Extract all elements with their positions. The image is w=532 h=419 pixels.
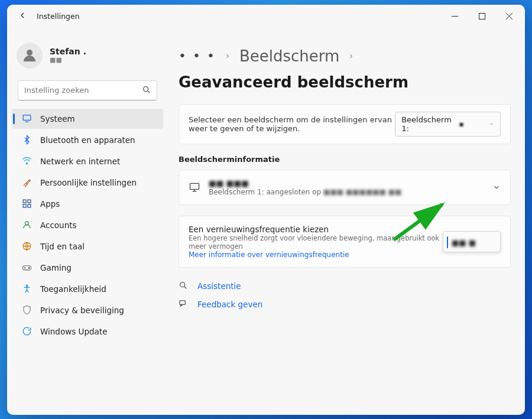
sidebar-item-netwerk-en-internet[interactable]: Netwerk en internet [12,151,163,171]
sidebar-item-label: Tijd en taal [40,242,85,251]
display-info-card[interactable]: ■■ ■■■ Beeldscherm 1: aangesloten op ■■■… [179,170,511,205]
assistance-label: Assistentie [197,281,241,291]
chevron-down-icon [489,121,494,127]
svg-rect-12 [23,204,26,207]
refresh-rate-dropdown[interactable]: ■■ ■ [443,231,501,252]
maximize-button[interactable] [468,5,495,28]
page-title: Geavanceerd beeldscherm [179,73,408,91]
sidebar-item-persoonlijke-instellingen[interactable]: Persoonlijke instellingen [12,173,163,193]
sidebar-item-apps[interactable]: Apps [12,194,163,214]
sidebar-item-label: Toegankelijkheid [40,284,106,294]
svg-rect-10 [23,200,26,203]
sidebar-item-toegankelijkheid[interactable]: Toegankelijkheid [12,279,163,299]
sidebar-item-accounts[interactable]: Accounts [12,215,163,235]
sidebar-item-label: Privacy & beveiliging [40,306,124,315]
svg-point-4 [27,50,33,56]
svg-point-20 [26,285,28,287]
sidebar-item-label: Persoonlijke instellingen [40,178,137,187]
apps-icon [21,199,32,209]
sidebar-item-tijd-en-taal[interactable]: Tijd en taal [12,236,163,256]
sidebar-item-label: Gaming [40,263,72,272]
svg-line-6 [148,91,150,93]
titlebar: Instellingen [7,5,525,28]
search-box[interactable] [18,80,157,100]
chevron-right-icon [348,52,355,60]
breadcrumb: • • • Beeldscherm Geavanceerd beeldscher… [179,47,511,91]
globe-icon [21,241,32,252]
accessibility-icon [21,284,32,294]
chevron-right-icon [224,52,231,60]
display-selector-value: Beeldscherm 1: [401,115,454,133]
refresh-title: Een vernieuwingsfrequentie kiezen [189,225,443,234]
sidebar-item-label: Apps [40,199,60,209]
back-button[interactable] [18,11,37,22]
sidebar-item-label: Accounts [40,220,77,230]
update-icon [21,326,32,337]
svg-point-9 [26,163,27,164]
nav: SysteemBluetooth en apparatenNetwerk en … [12,109,163,342]
svg-rect-11 [27,200,30,203]
assistance-link[interactable]: Assistentie [179,281,511,292]
display-connection: Beeldscherm 1: aangesloten op ■■■ ■■■■■■… [209,188,401,196]
svg-rect-13 [27,204,30,207]
monitor-icon [189,181,200,193]
svg-point-5 [144,86,148,91]
svg-line-25 [184,287,186,288]
shield-icon [21,305,32,316]
svg-point-14 [25,222,28,225]
main-content: • • • Beeldscherm Geavanceerd beeldscher… [168,28,525,415]
bluetooth-icon [21,135,32,145]
search-icon [142,85,151,97]
search-input[interactable] [18,80,157,100]
settings-window: Instellingen Stefan . ■■ [7,5,525,415]
monitor-icon [21,113,32,124]
svg-rect-26 [180,300,185,304]
refresh-desc: Een hogere snelheid zorgt voor vloeiende… [189,234,443,251]
sidebar-item-label: Windows Update [40,327,107,336]
close-button[interactable] [495,5,523,28]
refresh-rate-card: Een vernieuwingsfrequentie kiezen Een ho… [179,216,511,268]
feedback-icon [179,299,189,310]
sidebar-item-gaming[interactable]: Gaming [12,258,163,278]
svg-point-24 [180,282,185,287]
minimize-button[interactable] [441,5,468,28]
gamepad-icon [21,262,32,273]
user-name: Stefan . [50,47,86,56]
sidebar-item-privacy-beveiliging[interactable]: Privacy & beveiliging [12,300,163,320]
avatar [17,43,43,69]
help-icon [179,281,189,292]
chevron-down-icon [492,183,501,191]
sidebar-item-label: Systeem [40,114,75,124]
svg-point-17 [28,267,29,268]
display-selector-desc: Selecteer een beeldscherm om de instelli… [189,115,395,133]
breadcrumb-more[interactable]: • • • [179,48,216,63]
feedback-link[interactable]: Feedback geven [179,299,511,310]
section-display-info: Beeldscherminformatie [179,155,511,164]
sidebar-item-systeem[interactable]: Systeem [12,109,163,129]
sidebar-item-label: Bluetooth en apparaten [40,135,135,145]
sidebar-item-label: Netwerk en internet [40,157,120,166]
svg-rect-1 [479,14,485,20]
refresh-rate-value: ■■ ■ [452,238,476,247]
sidebar-item-bluetooth-en-apparaten[interactable]: Bluetooth en apparaten [12,130,163,150]
display-selector[interactable]: Beeldscherm 1: ▪ [395,112,501,137]
user-status: ■■ [50,56,86,64]
display-selector-card: Selecteer een beeldscherm om de instelli… [179,104,511,144]
person-icon [21,220,32,230]
breadcrumb-prev[interactable]: Beeldscherm [239,47,339,65]
svg-rect-21 [190,183,199,189]
aux-links: Assistentie Feedback geven [179,281,511,310]
feedback-label: Feedback geven [197,300,262,309]
sidebar-item-windows-update[interactable]: Windows Update [12,321,163,342]
wifi-icon [21,156,32,167]
display-model: ■■ ■■■ [209,178,401,188]
sidebar: Stefan . ■■ SysteemBluetooth en apparate… [7,28,168,415]
user-account[interactable]: Stefan . ■■ [12,39,163,78]
refresh-more-link[interactable]: Meer informatie over vernieuwingsfrequen… [189,251,443,259]
brush-icon [21,177,32,188]
window-title: Instellingen [37,12,80,21]
svg-rect-7 [23,115,31,121]
